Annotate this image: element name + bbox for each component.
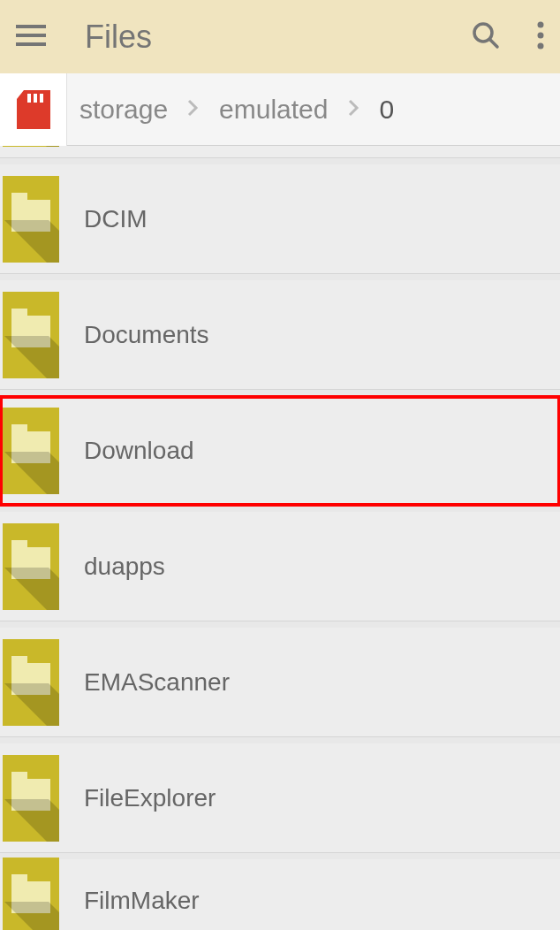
svg-line-4	[490, 40, 497, 47]
folder-icon	[3, 408, 59, 494]
file-name: duapps	[84, 553, 165, 581]
file-list[interactable]: DCIM Documents Download duapps EMAScanne…	[0, 146, 560, 930]
menu-icon[interactable]	[16, 25, 46, 50]
svg-rect-8	[27, 94, 31, 103]
folder-icon	[3, 523, 59, 610]
search-icon[interactable]	[472, 21, 500, 53]
file-name: FilmMaker	[84, 887, 200, 915]
list-item[interactable]: DCIM	[0, 164, 560, 274]
svg-rect-0	[16, 25, 46, 28]
file-name: DCIM	[84, 205, 148, 233]
list-item[interactable]: Download	[0, 396, 560, 506]
list-item[interactable]: Documents	[0, 280, 560, 390]
list-item[interactable]: FileExplorer	[0, 743, 560, 853]
app-bar: Files	[0, 0, 560, 73]
svg-point-7	[538, 42, 544, 49]
folder-icon	[3, 858, 59, 930]
svg-rect-10	[40, 94, 43, 103]
svg-rect-2	[16, 42, 46, 46]
svg-point-6	[538, 32, 544, 38]
list-item[interactable]: FilmMaker	[0, 859, 560, 930]
folder-icon	[3, 292, 59, 378]
svg-rect-1	[16, 34, 46, 37]
breadcrumb: storage emulated 0	[67, 95, 394, 125]
overflow-icon[interactable]	[537, 21, 544, 53]
list-item[interactable]: duapps	[0, 512, 560, 621]
breadcrumb-bar: storage emulated 0	[0, 73, 560, 146]
file-name: Download	[84, 437, 194, 465]
svg-rect-9	[34, 94, 37, 103]
list-item[interactable]: EMAScanner	[0, 628, 560, 737]
folder-icon	[3, 639, 59, 726]
breadcrumb-storage[interactable]: storage	[79, 95, 168, 125]
folder-icon	[3, 176, 59, 263]
chevron-right-icon	[168, 95, 219, 123]
folder-icon	[3, 146, 59, 147]
file-name: EMAScanner	[84, 668, 230, 697]
file-name: Documents	[84, 321, 209, 349]
svg-point-5	[538, 21, 544, 27]
sd-card-icon[interactable]	[0, 73, 67, 146]
file-name: FileExplorer	[84, 784, 216, 812]
breadcrumb-current[interactable]: 0	[380, 95, 395, 125]
app-title: Files	[85, 19, 472, 56]
list-item[interactable]	[0, 146, 560, 158]
chevron-right-icon	[329, 95, 380, 123]
breadcrumb-emulated[interactable]: emulated	[219, 95, 328, 125]
folder-icon	[3, 755, 59, 842]
